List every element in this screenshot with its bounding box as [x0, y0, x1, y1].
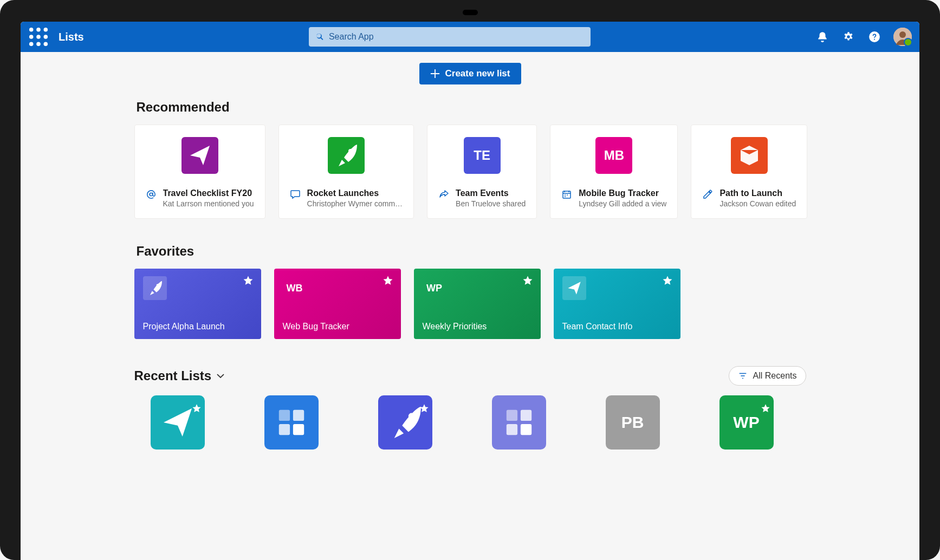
search-input[interactable] — [329, 32, 584, 42]
help-icon — [868, 31, 880, 43]
rocket-icon — [335, 145, 357, 166]
recent-list-tile[interactable] — [151, 395, 205, 450]
pencil-icon — [702, 189, 713, 200]
comment-icon — [290, 189, 301, 200]
favorite-title: Web Bug Tracker — [283, 322, 392, 331]
grid-icon — [276, 407, 307, 438]
svg-point-15 — [899, 31, 906, 38]
grid-icon — [503, 407, 535, 438]
list-tile — [328, 137, 365, 174]
bell-icon — [816, 31, 828, 43]
create-new-list-button[interactable]: Create new list — [419, 63, 521, 84]
search-box[interactable] — [309, 27, 591, 47]
recommended-title: Mobile Bug Tracker — [579, 188, 666, 199]
recent-filter-button[interactable]: All Recents — [729, 366, 806, 386]
recommended-subtitle: Lyndsey Gill added a view — [579, 199, 666, 209]
favorite-star-icon[interactable] — [243, 275, 254, 286]
favorite-card[interactable]: WB Web Bug Tracker — [274, 269, 401, 339]
recommended-title: Path to Launch — [719, 188, 796, 199]
user-avatar[interactable] — [893, 28, 912, 46]
paperplane-icon — [189, 145, 211, 166]
favorite-title: Project Alpha Launch — [143, 322, 252, 331]
recommended-subtitle: Ben Truelove shared — [456, 199, 526, 209]
favorite-title: Team Contact Info — [562, 322, 672, 331]
paperplane-icon — [162, 407, 193, 438]
cube-icon — [738, 145, 760, 166]
recent-heading: Recent Lists — [134, 368, 212, 383]
recent-lists-toggle[interactable]: Recent Lists — [134, 368, 226, 383]
filter-icon — [738, 371, 748, 381]
mention-icon — [146, 189, 157, 200]
list-tile: WB — [283, 276, 307, 300]
recommended-subtitle: Christopher Wymer comm… — [307, 199, 403, 209]
list-tile — [731, 137, 768, 174]
notifications-button[interactable] — [815, 30, 829, 44]
filter-label: All Recents — [753, 371, 797, 381]
calendar-icon — [561, 189, 572, 200]
recommended-card[interactable]: Rocket Launches Christopher Wymer comm… — [278, 125, 414, 219]
recent-list-tile[interactable]: WP — [719, 395, 774, 450]
plus-icon — [430, 69, 440, 79]
gear-icon — [842, 31, 854, 43]
favorite-star-icon[interactable] — [662, 275, 673, 286]
share-icon — [438, 189, 449, 200]
create-button-label: Create new list — [445, 68, 510, 79]
favorite-card[interactable]: WP Weekly Priorities — [414, 269, 541, 339]
list-tile: MB — [595, 137, 632, 174]
recommended-card[interactable]: MB Mobile Bug Tracker Lyndsey Gill added… — [550, 125, 678, 219]
favorite-star-icon[interactable] — [761, 399, 770, 408]
recommended-title: Rocket Launches — [307, 188, 403, 199]
list-tile: WP — [423, 276, 446, 300]
favorite-card[interactable]: Project Alpha Launch — [134, 269, 261, 339]
list-tile: TE — [464, 137, 501, 174]
recommended-card[interactable]: Travel Checklist FY20 Kat Larrson mentio… — [134, 125, 265, 219]
favorite-star-icon[interactable] — [383, 275, 393, 286]
app-title: Lists — [59, 31, 84, 43]
recommended-card[interactable]: Path to Launch Jackson Cowan edited — [691, 125, 807, 219]
rocket-icon — [390, 407, 421, 438]
favorite-star-icon[interactable] — [192, 399, 202, 408]
favorite-card[interactable]: Team Contact Info — [554, 269, 680, 339]
recommended-subtitle: Kat Larrson mentioned you — [163, 199, 254, 209]
recommended-subtitle: Jackson Cowan edited — [719, 199, 796, 209]
list-tile — [181, 137, 218, 174]
chevron-down-icon — [216, 371, 225, 381]
settings-button[interactable] — [841, 30, 855, 44]
list-tile — [562, 276, 586, 300]
recent-list-tile[interactable]: PB — [606, 395, 660, 450]
help-button[interactable] — [867, 30, 881, 44]
favorites-heading: Favorites — [137, 244, 806, 259]
rocket-icon — [148, 281, 162, 295]
recommended-title: Travel Checklist FY20 — [163, 188, 254, 199]
favorite-star-icon[interactable] — [419, 399, 429, 408]
recommended-title: Team Events — [456, 188, 526, 199]
app-header: Lists — [21, 22, 919, 52]
recent-list-tile[interactable] — [492, 395, 546, 450]
recent-list-tile[interactable] — [378, 395, 432, 450]
recommended-card[interactable]: TE Team Events Ben Truelove shared — [427, 125, 537, 219]
app-launcher-button[interactable] — [28, 27, 49, 47]
list-tile — [143, 276, 167, 300]
search-icon — [315, 32, 325, 42]
recent-list-tile[interactable] — [264, 395, 319, 450]
favorite-star-icon[interactable] — [522, 275, 533, 286]
favorite-title: Weekly Priorities — [423, 322, 532, 331]
recommended-heading: Recommended — [137, 100, 806, 115]
paperplane-icon — [567, 281, 581, 295]
